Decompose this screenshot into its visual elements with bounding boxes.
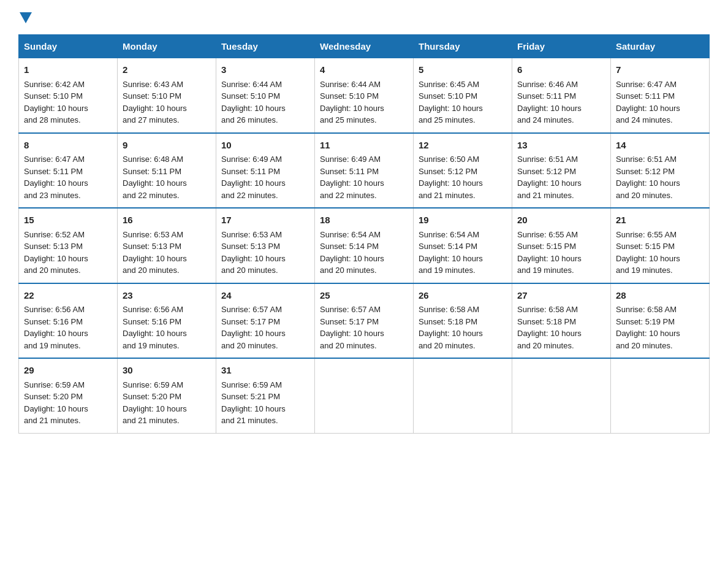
calendar-day-cell: 27 Sunrise: 6:58 AM Sunset: 5:18 PM Dayl… — [512, 283, 611, 359]
day-number: 1 — [24, 63, 112, 77]
daylight-info: Daylight: 10 hours — [24, 254, 88, 263]
sunset-info: Sunset: 5:11 PM — [616, 91, 675, 101]
empty-cell — [512, 358, 611, 433]
sunrise-info: Sunrise: 6:51 AM — [616, 155, 677, 164]
daylight-info: Daylight: 10 hours — [419, 254, 483, 263]
daylight-info: Daylight: 10 hours — [320, 329, 384, 338]
sunset-info: Sunset: 5:20 PM — [123, 392, 181, 401]
calendar-day-cell: 20 Sunrise: 6:55 AM Sunset: 5:15 PM Dayl… — [512, 208, 611, 283]
sunset-info: Sunset: 5:11 PM — [517, 91, 576, 101]
sunrise-info: Sunrise: 6:49 AM — [320, 155, 381, 164]
col-header-wednesday: Wednesday — [315, 35, 414, 58]
sunset-info: Sunset: 5:15 PM — [616, 242, 675, 251]
daylight-minutes-info: and 28 minutes. — [24, 115, 81, 124]
sunrise-info: Sunrise: 6:45 AM — [419, 80, 479, 89]
daylight-minutes-info: and 27 minutes. — [123, 115, 180, 124]
daylight-minutes-info: and 19 minutes. — [24, 341, 81, 350]
sunset-info: Sunset: 5:14 PM — [419, 242, 477, 251]
calendar-day-cell: 28 Sunrise: 6:58 AM Sunset: 5:19 PM Dayl… — [611, 283, 710, 359]
day-number: 24 — [221, 289, 309, 303]
day-number: 14 — [616, 139, 704, 153]
daylight-info: Daylight: 10 hours — [517, 104, 582, 113]
sunrise-info: Sunrise: 6:43 AM — [123, 80, 183, 89]
calendar-header-row: SundayMondayTuesdayWednesdayThursdayFrid… — [19, 35, 710, 58]
daylight-info: Daylight: 10 hours — [616, 254, 680, 263]
day-number: 30 — [123, 364, 211, 378]
sunset-info: Sunset: 5:10 PM — [24, 91, 83, 101]
daylight-info: Daylight: 10 hours — [24, 104, 88, 113]
sunset-info: Sunset: 5:12 PM — [517, 167, 576, 176]
daylight-minutes-info: and 19 minutes. — [419, 266, 476, 275]
daylight-info: Daylight: 10 hours — [24, 178, 88, 188]
col-header-tuesday: Tuesday — [216, 35, 315, 58]
sunset-info: Sunset: 5:12 PM — [616, 167, 675, 176]
calendar-day-cell: 1 Sunrise: 6:42 AM Sunset: 5:10 PM Dayli… — [19, 58, 118, 133]
calendar-day-cell: 4 Sunrise: 6:44 AM Sunset: 5:10 PM Dayli… — [315, 58, 414, 133]
calendar-day-cell: 15 Sunrise: 6:52 AM Sunset: 5:13 PM Dayl… — [19, 208, 118, 283]
sunset-info: Sunset: 5:21 PM — [221, 392, 280, 401]
sunset-info: Sunset: 5:13 PM — [123, 242, 181, 251]
daylight-minutes-info: and 19 minutes. — [616, 266, 673, 275]
sunrise-info: Sunrise: 6:47 AM — [616, 80, 677, 89]
daylight-minutes-info: and 20 minutes. — [221, 266, 278, 275]
calendar-day-cell: 12 Sunrise: 6:50 AM Sunset: 5:12 PM Dayl… — [414, 133, 512, 209]
daylight-info: Daylight: 10 hours — [221, 404, 286, 413]
calendar-week-row: 1 Sunrise: 6:42 AM Sunset: 5:10 PM Dayli… — [19, 58, 710, 133]
sunrise-info: Sunrise: 6:44 AM — [221, 80, 282, 89]
calendar-day-cell: 2 Sunrise: 6:43 AM Sunset: 5:10 PM Dayli… — [118, 58, 216, 133]
day-number: 10 — [221, 139, 309, 153]
sunrise-info: Sunrise: 6:49 AM — [221, 155, 282, 164]
calendar-day-cell: 6 Sunrise: 6:46 AM Sunset: 5:11 PM Dayli… — [512, 58, 611, 133]
calendar-day-cell: 21 Sunrise: 6:55 AM Sunset: 5:15 PM Dayl… — [611, 208, 710, 283]
daylight-minutes-info: and 19 minutes. — [517, 266, 574, 275]
day-number: 3 — [221, 63, 309, 77]
sunset-info: Sunset: 5:13 PM — [221, 242, 280, 251]
sunrise-info: Sunrise: 6:58 AM — [616, 305, 677, 314]
col-header-saturday: Saturday — [611, 35, 710, 58]
calendar-week-row: 22 Sunrise: 6:56 AM Sunset: 5:16 PM Dayl… — [19, 283, 710, 359]
daylight-info: Daylight: 10 hours — [221, 329, 286, 338]
daylight-minutes-info: and 20 minutes. — [123, 266, 180, 275]
daylight-info: Daylight: 10 hours — [616, 178, 680, 188]
sunrise-info: Sunrise: 6:51 AM — [517, 155, 578, 164]
sunset-info: Sunset: 5:16 PM — [24, 317, 83, 326]
daylight-minutes-info: and 21 minutes. — [123, 416, 180, 425]
daylight-info: Daylight: 10 hours — [517, 254, 582, 263]
calendar-day-cell: 19 Sunrise: 6:54 AM Sunset: 5:14 PM Dayl… — [414, 208, 512, 283]
sunrise-info: Sunrise: 6:58 AM — [419, 305, 479, 314]
day-number: 29 — [24, 364, 112, 378]
sunrise-info: Sunrise: 6:52 AM — [24, 230, 85, 239]
daylight-info: Daylight: 10 hours — [123, 404, 187, 413]
daylight-minutes-info: and 24 minutes. — [616, 115, 673, 124]
daylight-info: Daylight: 10 hours — [221, 178, 286, 188]
sunrise-info: Sunrise: 6:50 AM — [419, 155, 479, 164]
sunrise-info: Sunrise: 6:53 AM — [221, 230, 282, 239]
daylight-minutes-info: and 21 minutes. — [221, 416, 278, 425]
col-header-monday: Monday — [118, 35, 216, 58]
day-number: 31 — [221, 364, 309, 378]
daylight-minutes-info: and 20 minutes. — [221, 341, 278, 350]
daylight-minutes-info: and 21 minutes. — [419, 191, 476, 200]
daylight-info: Daylight: 10 hours — [419, 329, 483, 338]
day-number: 13 — [517, 139, 605, 153]
daylight-minutes-info: and 20 minutes. — [24, 266, 81, 275]
daylight-info: Daylight: 10 hours — [24, 404, 88, 413]
daylight-minutes-info: and 22 minutes. — [221, 191, 278, 200]
daylight-minutes-info: and 20 minutes. — [419, 341, 476, 350]
sunset-info: Sunset: 5:11 PM — [123, 167, 181, 176]
day-number: 6 — [517, 63, 605, 77]
sunrise-info: Sunrise: 6:55 AM — [616, 230, 677, 239]
daylight-minutes-info: and 20 minutes. — [616, 191, 673, 200]
calendar-day-cell: 24 Sunrise: 6:57 AM Sunset: 5:17 PM Dayl… — [216, 283, 315, 359]
calendar-day-cell: 25 Sunrise: 6:57 AM Sunset: 5:17 PM Dayl… — [315, 283, 414, 359]
sunset-info: Sunset: 5:15 PM — [517, 242, 576, 251]
day-number: 4 — [320, 63, 408, 77]
sunrise-info: Sunrise: 6:55 AM — [517, 230, 578, 239]
daylight-info: Daylight: 10 hours — [123, 254, 187, 263]
daylight-info: Daylight: 10 hours — [221, 254, 286, 263]
day-number: 26 — [419, 289, 507, 303]
day-number: 17 — [221, 213, 309, 228]
sunrise-info: Sunrise: 6:47 AM — [24, 155, 85, 164]
calendar-day-cell: 11 Sunrise: 6:49 AM Sunset: 5:11 PM Dayl… — [315, 133, 414, 209]
day-number: 25 — [320, 289, 408, 303]
